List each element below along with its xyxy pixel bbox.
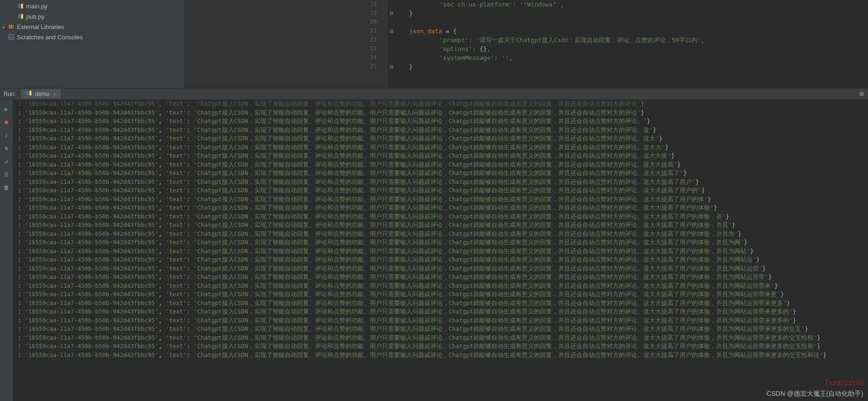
svg-rect-8 (27, 91, 29, 96)
output-line: : '18559caa-11a7-450b-b50b-942d43fbbc95'… (18, 282, 863, 291)
svg-rect-5 (11, 25, 12, 29)
python-file-icon (17, 13, 24, 20)
print-button[interactable]: ⎙ (1, 169, 12, 180)
output-line: : '18559caa-11a7-450b-b50b-942d43fbbc95'… (18, 316, 863, 325)
svg-rect-9 (29, 91, 31, 96)
output-line: : '18559caa-11a7-450b-b50b-942d43fbbc95'… (18, 255, 863, 264)
tree-item-pub-py[interactable]: pub.py (0, 11, 184, 22)
python-run-icon (26, 90, 32, 98)
output-line: : '18559caa-11a7-450b-b50b-942d43fbbc95'… (18, 134, 863, 143)
output-line: : '18559caa-11a7-450b-b50b-942d43fbbc95'… (18, 117, 863, 126)
output-line: : '18559caa-11a7-450b-b50b-942d43fbbc95'… (18, 212, 863, 221)
output-line: : '18559caa-11a7-450b-b50b-942d43fbbc95'… (18, 334, 863, 343)
output-line: : '18559caa-11a7-450b-b50b-942d43fbbc95'… (18, 152, 863, 160)
run-tab[interactable]: demo × (21, 89, 60, 99)
output-line: : '18559caa-11a7-450b-b50b-942d43fbbc95'… (18, 238, 863, 247)
python-file-icon (17, 2, 24, 10)
gear-icon[interactable]: ⚙ (855, 91, 868, 97)
chevron-right-icon: ▸ (0, 24, 7, 29)
tree-item-scratches[interactable]: Scratches and Consoles (0, 32, 184, 42)
run-panel: Run: demo × ⚙ ▶ ■ ⇃ ⇅ ↲ ⎙ 🗑 : '18559caa-… (0, 88, 868, 401)
output-line: : '18559caa-11a7-450b-b50b-942d43fbbc95'… (18, 143, 863, 152)
svg-rect-6 (13, 25, 14, 29)
output-line: : '18559caa-11a7-450b-b50b-942d43fbbc95'… (18, 247, 863, 256)
output-line: : '18559caa-11a7-450b-b50b-942d43fbbc95'… (18, 126, 863, 135)
run-tab-label: demo (35, 91, 49, 97)
project-tree: main.py pub.py ▸ External Libraries (0, 0, 185, 88)
tree-item-label: External Libraries (17, 23, 64, 30)
output-line: : '18559caa-11a7-450b-b50b-942d43fbbc95'… (18, 273, 863, 282)
output-line: : '18559caa-11a7-450b-b50b-942d43fbbc95'… (18, 109, 863, 117)
svg-rect-2 (18, 14, 20, 19)
output-line: : '18559caa-11a7-450b-b50b-942d43fbbc95'… (18, 264, 863, 273)
trash-button[interactable]: 🗑 (1, 182, 12, 193)
output-line: : '18559caa-11a7-450b-b50b-942d43fbbc95'… (18, 186, 863, 195)
code-editor[interactable]: 1819202122232425 'sec-ch-ua-platform': '… (185, 0, 868, 88)
svg-rect-0 (18, 4, 20, 9)
svg-rect-4 (9, 25, 10, 29)
tree-item-label: Scratches and Consoles (17, 34, 83, 41)
run-output[interactable]: : '18559caa-11a7-450b-b50b-942d43fbbc95'… (13, 100, 868, 401)
output-line: : '18559caa-11a7-450b-b50b-942d43fbbc95'… (18, 204, 863, 212)
svg-rect-1 (21, 4, 23, 9)
rerun-button[interactable]: ▶ (1, 104, 12, 114)
run-toolbar: ▶ ■ ⇃ ⇅ ↲ ⎙ 🗑 (0, 100, 13, 401)
output-line: : '18559caa-11a7-450b-b50b-942d43fbbc95'… (18, 178, 863, 187)
stop-button[interactable]: ■ (1, 117, 12, 127)
output-line: : '18559caa-11a7-450b-b50b-942d43fbbc95'… (18, 342, 863, 351)
close-icon[interactable]: × (53, 91, 56, 97)
output-line: : '18559caa-11a7-450b-b50b-942d43fbbc95'… (18, 221, 863, 230)
output-line: : '18559caa-11a7-450b-b50b-942d43fbbc95'… (18, 169, 863, 178)
editor-code[interactable]: 'sec-ch-ua-platform': '"Windows"',⊟ }⊟ j… (388, 0, 868, 88)
editor-gutter: 1819202122232425 (185, 0, 388, 88)
output-line: : '18559caa-11a7-450b-b50b-942d43fbbc95'… (18, 290, 863, 299)
tree-item-label: main.py (26, 3, 48, 10)
output-line: : '18559caa-11a7-450b-b50b-942d43fbbc95'… (18, 195, 863, 204)
scratches-icon (7, 33, 15, 41)
tree-item-external-libraries[interactable]: ▸ External Libraries (0, 22, 184, 32)
output-line: : '18559caa-11a7-450b-b50b-942d43fbbc95'… (18, 299, 863, 308)
run-label: Run: (0, 91, 19, 97)
filter-button[interactable]: ⇅ (1, 143, 12, 153)
wrap-button[interactable]: ↲ (1, 156, 12, 167)
step-button[interactable]: ⇃ (1, 130, 12, 140)
tree-item-label: pub.py (26, 13, 44, 20)
output-line: : '18559caa-11a7-450b-b50b-942d43fbbc95'… (18, 230, 863, 239)
output-line: : '18559caa-11a7-450b-b50b-942d43fbbc95'… (18, 351, 863, 360)
library-icon (7, 23, 15, 30)
run-header: Run: demo × ⚙ (0, 88, 868, 100)
output-line: : '18559caa-11a7-450b-b50b-942d43fbbc95'… (18, 307, 863, 316)
tree-item-main-py[interactable]: main.py (0, 1, 184, 11)
svg-rect-7 (9, 35, 14, 39)
output-line: : '18559caa-11a7-450b-b50b-942d43fbbc95'… (18, 325, 863, 334)
svg-rect-3 (21, 14, 23, 19)
output-line: : '18559caa-11a7-450b-b50b-942d43fbbc95'… (18, 160, 863, 169)
